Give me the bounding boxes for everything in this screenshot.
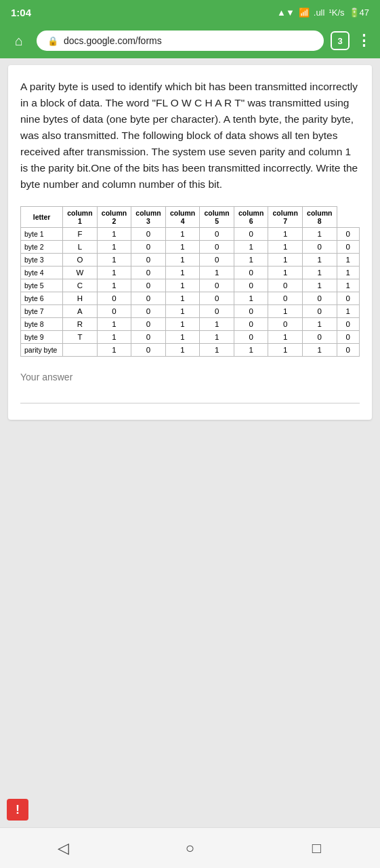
row-col-3: 1	[165, 228, 200, 241]
row-col-4: 1	[200, 331, 234, 344]
table-row: byte 5C10100011	[21, 279, 360, 292]
home-button[interactable]: ⌂	[8, 30, 30, 52]
row-col-4: 0	[200, 228, 234, 241]
row-col-7: 0	[302, 305, 337, 318]
status-bar: 1:04 ▲▼ 📶 .ull ¹K/s 🔋47	[0, 0, 380, 24]
table-row: byte 9T10110100	[21, 331, 360, 344]
row-col-8: 0	[337, 228, 359, 241]
data-table-container: letter column1 column2 column3 column4 c…	[20, 206, 360, 357]
row-letter: H	[63, 292, 98, 305]
row-col-2: 0	[131, 331, 166, 344]
row-col-7: 1	[302, 344, 337, 357]
row-col-6: 1	[268, 254, 303, 267]
signal-bars-icon: .ull	[314, 7, 325, 18]
url-input-box[interactable]: 🔒 docs.google.com/forms	[37, 31, 324, 51]
parity-table: letter column1 column2 column3 column4 c…	[20, 206, 360, 357]
back-button[interactable]: ◁	[49, 833, 79, 863]
more-options-button[interactable]: ⋮	[356, 33, 372, 48]
home-nav-button[interactable]: ○	[175, 833, 205, 863]
row-col-3: 1	[165, 344, 200, 357]
row-col-7: 1	[302, 267, 337, 279]
row-label: byte 7	[21, 305, 63, 318]
row-col-5: 1	[234, 344, 268, 357]
row-col-1: 1	[97, 279, 131, 292]
row-col-8: 1	[337, 267, 359, 279]
col-header-8: column8	[302, 207, 337, 228]
answer-input[interactable]	[20, 387, 360, 403]
row-col-6: 1	[268, 267, 303, 279]
row-col-5: 0	[234, 305, 268, 318]
row-col-3: 1	[165, 267, 200, 279]
row-col-4: 0	[200, 254, 234, 267]
row-col-2: 0	[131, 292, 166, 305]
alert-badge: !	[7, 799, 28, 821]
row-col-6: 0	[268, 292, 303, 305]
row-label: byte 1	[21, 228, 63, 241]
row-col-5: 0	[234, 279, 268, 292]
row-col-2: 0	[131, 305, 166, 318]
wifi-icon: 📶	[299, 7, 310, 18]
row-col-8: 0	[337, 241, 359, 254]
row-col-3: 1	[165, 279, 200, 292]
row-col-5: 0	[234, 318, 268, 331]
row-label: byte 8	[21, 318, 63, 331]
row-label: byte 3	[21, 254, 63, 267]
row-col-3: 1	[165, 318, 200, 331]
row-letter: A	[63, 305, 98, 318]
row-letter: F	[63, 228, 98, 241]
table-row: byte 2L10101100	[21, 241, 360, 254]
row-col-6: 1	[268, 344, 303, 357]
row-col-3: 1	[165, 305, 200, 318]
content-wrapper: A parity byte is used to identify which …	[0, 58, 380, 427]
row-col-1: 1	[97, 241, 131, 254]
row-col-3: 1	[165, 254, 200, 267]
row-label: byte 2	[21, 241, 63, 254]
row-col-8: 0	[337, 331, 359, 344]
row-col-3: 1	[165, 331, 200, 344]
row-col-6: 1	[268, 241, 303, 254]
col-header-3: column3	[131, 207, 166, 228]
row-col-7: 0	[302, 331, 337, 344]
row-col-3: 1	[165, 241, 200, 254]
answer-label: Your answer	[20, 372, 360, 382]
row-col-8: 1	[337, 279, 359, 292]
row-letter	[63, 344, 98, 357]
col-header-5: column5	[200, 207, 234, 228]
row-col-1: 0	[97, 292, 131, 305]
url-text: docs.google.com/forms	[64, 35, 162, 46]
recent-apps-button[interactable]: □	[302, 833, 332, 863]
col-header-1: column1	[63, 207, 98, 228]
signal-icon: ▲▼	[277, 7, 295, 18]
home-nav-icon: ○	[186, 840, 194, 857]
back-icon: ◁	[58, 840, 69, 857]
row-letter: W	[63, 267, 98, 279]
row-col-1: 1	[97, 267, 131, 279]
row-col-2: 0	[131, 344, 166, 357]
row-col-8: 0	[337, 344, 359, 357]
row-label: byte 4	[21, 267, 63, 279]
row-col-2: 0	[131, 241, 166, 254]
row-col-5: 1	[234, 241, 268, 254]
url-bar: ⌂ 🔒 docs.google.com/forms 3 ⋮	[0, 24, 380, 58]
table-header-row: letter column1 column2 column3 column4 c…	[21, 207, 360, 228]
row-label: byte 6	[21, 292, 63, 305]
row-col-6: 1	[268, 331, 303, 344]
row-col-4: 1	[200, 267, 234, 279]
row-col-6: 1	[268, 305, 303, 318]
row-col-1: 1	[97, 344, 131, 357]
lock-icon: 🔒	[47, 36, 58, 46]
row-col-2: 0	[131, 228, 166, 241]
question-text: A parity byte is used to identify which …	[20, 79, 360, 193]
row-letter: L	[63, 241, 98, 254]
col-header-7: column7	[268, 207, 303, 228]
row-letter: O	[63, 254, 98, 267]
row-col-2: 0	[131, 318, 166, 331]
row-col-6: 1	[268, 228, 303, 241]
row-col-2: 0	[131, 279, 166, 292]
answer-section: Your answer	[20, 372, 360, 403]
row-col-6: 0	[268, 318, 303, 331]
tab-count-badge[interactable]: 3	[331, 31, 350, 50]
row-col-1: 1	[97, 331, 131, 344]
row-col-1: 0	[97, 305, 131, 318]
row-col-5: 0	[234, 228, 268, 241]
